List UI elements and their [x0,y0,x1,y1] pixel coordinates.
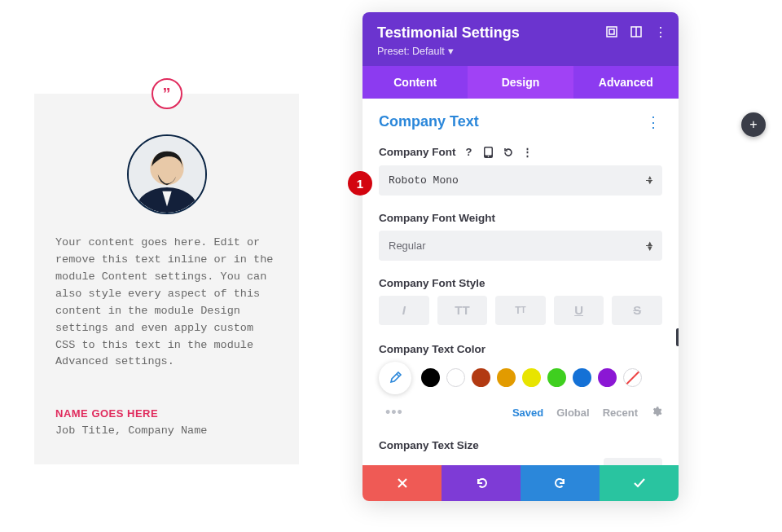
more-icon[interactable]: ⋮ [654,25,667,38]
add-module-button[interactable]: + [741,112,766,137]
testimonial-preview: ” Your content goes here. Edit or remove… [34,94,299,464]
svg-rect-4 [607,27,617,37]
swatch-3[interactable] [497,368,516,387]
swatch-2[interactable] [472,368,490,387]
color-palette-tabs: ••• Saved Global Recent [379,404,662,421]
select-arrows-icon: ▴▾ [647,175,652,185]
italic-button[interactable]: I [379,296,429,325]
company-weight-select[interactable]: Regular ▴▾ [379,231,662,261]
annotation-marker-1: 1 [348,171,372,196]
panel-header[interactable]: Testimonial Settings Preset: Default ▾ ⋮ [362,12,679,66]
color-picker-button[interactable] [379,362,411,394]
section-title[interactable]: Company Text [379,113,479,130]
label-company-font: Company Font ? ⋮ [379,146,662,159]
panel-body: Company Text ⋮ Company Font ? ⋮ Roboto M… [362,99,679,465]
uppercase-button[interactable]: TT [437,296,488,325]
testimonial-meta[interactable]: Job Title, Company Name [55,424,278,437]
save-button[interactable] [600,465,679,501]
label-company-weight: Company Font Weight [379,212,662,224]
panel-footer [362,465,679,501]
select-arrows-icon: ▴▾ [648,240,652,250]
label-company-size: Company Text Size [379,439,662,451]
chevron-down-icon: ▾ [448,45,454,57]
label-company-style: Company Font Style [379,277,662,289]
tab-content[interactable]: Content [362,66,468,99]
company-font-select[interactable]: Roboto Mono ▴▾ [379,165,662,196]
panel-tabs: Content Design Advanced [362,66,679,99]
device-icon[interactable] [482,146,495,159]
underline-button[interactable]: U [554,296,604,325]
label-company-color: Company Text Color [379,343,662,355]
swatch-none[interactable] [623,368,642,387]
avatar-image [129,136,205,213]
preset-label: Preset: Default [377,46,445,57]
columns-icon[interactable] [630,25,643,38]
strikethrough-button[interactable]: S [612,296,662,325]
svg-rect-8 [485,147,492,155]
palette-tab-saved[interactable]: Saved [512,407,543,419]
tab-design[interactable]: Design [468,66,573,99]
swatch-6[interactable] [573,368,591,387]
quote-icon: ” [152,78,182,109]
testimonial-body[interactable]: Your content goes here. Edit or remove t… [55,235,278,371]
company-name: Company Name [128,424,207,437]
palette-settings-icon[interactable] [651,406,662,420]
swatch-7[interactable] [598,368,617,387]
preset-selector[interactable]: Preset: Default ▾ [377,45,454,57]
tab-advanced[interactable]: Advanced [573,66,679,99]
smallcaps-button[interactable]: TT [495,296,546,325]
settings-panel: Testimonial Settings Preset: Default ▾ ⋮… [362,12,679,501]
resize-handle[interactable] [676,328,679,346]
avatar [127,134,207,214]
palette-tab-global[interactable]: Global [556,407,589,419]
job-title: Job Title [55,424,115,437]
help-icon[interactable]: ? [463,146,476,159]
testimonial-name[interactable]: NAME GOES HERE [55,407,278,420]
size-value-input[interactable]: 14px [604,458,662,465]
swatch-4[interactable] [522,368,541,387]
swatch-0[interactable] [421,368,440,387]
expand-icon[interactable] [605,25,618,38]
more-swatches-icon[interactable]: ••• [385,404,403,421]
section-more-icon[interactable]: ⋮ [644,113,662,131]
svg-point-9 [488,156,490,157]
swatch-1[interactable] [446,368,465,387]
color-swatch-row [379,362,662,394]
font-style-group: I TT TT U S [379,296,662,325]
reset-icon[interactable] [502,146,515,159]
redo-button[interactable] [521,465,600,501]
undo-button[interactable] [442,465,521,501]
palette-tab-recent[interactable]: Recent [603,407,638,419]
field-more-icon[interactable]: ⋮ [521,146,534,159]
swatch-5[interactable] [547,368,566,387]
cancel-button[interactable] [362,465,442,501]
